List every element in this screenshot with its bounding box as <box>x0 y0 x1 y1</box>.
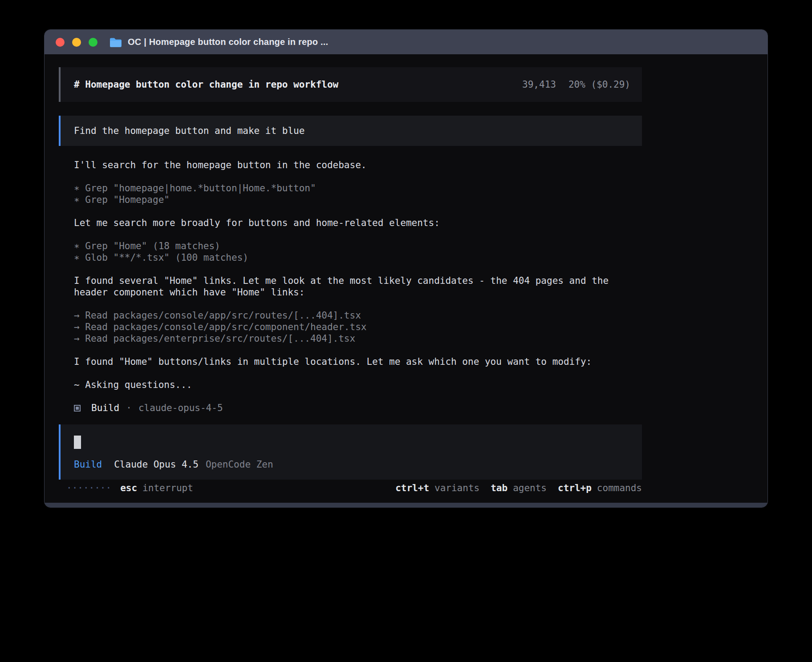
user-message: Find the homepage button and make it blu… <box>59 116 642 146</box>
tool-call-group: ∗ Grep "homepage|home.*button|Home.*butt… <box>74 182 642 206</box>
provider-label: OpenCode Zen <box>206 459 273 470</box>
tool-call-grep: ∗ Grep "Homepage" <box>74 194 642 206</box>
assistant-paragraph-broaden: Let me search more broadly for buttons a… <box>74 217 642 229</box>
model-label: Claude Opus 4.5 <box>114 459 199 470</box>
ctrl-p-key-hint: ctrl+p <box>558 483 592 493</box>
titlebar[interactable]: OC | Homepage button color change in rep… <box>45 30 767 54</box>
folder-icon <box>110 37 122 47</box>
tool-call-read: → Read packages/enterprise/src/routes/[.… <box>74 333 642 344</box>
text-cursor <box>74 436 81 449</box>
terminal-window: OC | Homepage button color change in rep… <box>44 29 768 508</box>
shortcut-agents: tabagents <box>491 482 547 494</box>
badge-separator: · <box>126 402 132 414</box>
context-usage: 20% ($0.29) <box>568 79 630 90</box>
agent-model: claude-opus-4-5 <box>138 402 223 414</box>
tool-call-glob: ∗ Glob "**/*.tsx" (100 matches) <box>74 252 642 263</box>
assistant-paragraph-intro: I'll search for the homepage button in t… <box>74 159 642 171</box>
shortcut-hints: ctrl+tvariants tabagents ctrl+pcommands <box>395 482 642 494</box>
session-metrics: 39,413 20% ($0.29) <box>522 79 630 90</box>
shortcut-variants: ctrl+tvariants <box>395 482 479 494</box>
zoom-button[interactable] <box>89 38 97 47</box>
assistant-paragraph-candidates: I found several "Home" links. Let me loo… <box>74 275 630 298</box>
tool-call-read: → Read packages/console/app/src/componen… <box>74 321 642 333</box>
assistant-paragraph-ask: I found "Home" buttons/links in multiple… <box>74 356 642 367</box>
session-title: # Homepage button color change in repo w… <box>74 79 338 90</box>
agent-icon <box>74 405 81 412</box>
agents-hint-label: agents <box>513 483 547 493</box>
tool-call-group: → Read packages/console/app/src/routes/[… <box>74 310 642 344</box>
session-header: # Homepage button color change in repo w… <box>59 67 642 102</box>
tool-call-group: ∗ Grep "Home" (18 matches) ∗ Glob "**/*.… <box>74 240 642 263</box>
close-button[interactable] <box>56 38 65 47</box>
status-line-asking: ~ Asking questions... <box>74 379 642 391</box>
shortcut-commands: ctrl+pcommands <box>558 482 642 494</box>
minimize-button[interactable] <box>72 38 81 47</box>
titlebar-title-group: OC | Homepage button color change in rep… <box>110 37 328 47</box>
agent-name: Build <box>91 402 119 414</box>
tool-call-grep: ∗ Grep "homepage|home.*button|Home.*butt… <box>74 182 642 194</box>
variants-hint-label: variants <box>434 483 479 493</box>
traffic-lights <box>56 38 97 47</box>
esc-key-hint: esc <box>120 482 137 494</box>
tab-key-hint: tab <box>491 483 508 493</box>
ctrl-t-key-hint: ctrl+t <box>395 483 429 493</box>
assistant-response: I'll search for the homepage button in t… <box>59 159 642 414</box>
terminal-content: # Homepage button color change in repo w… <box>45 54 767 494</box>
agent-badge: Build · claude-opus-4-5 <box>74 402 642 414</box>
interrupt-hint-label: interrupt <box>142 482 193 494</box>
tool-call-read: → Read packages/console/app/src/routes/[… <box>74 310 642 321</box>
tool-call-grep: ∗ Grep "Home" (18 matches) <box>74 240 642 252</box>
agent-mode-label: Build <box>74 459 102 470</box>
token-count: 39,413 <box>522 79 556 90</box>
model-row: Build Claude Opus 4.5 OpenCode Zen <box>74 459 630 470</box>
user-message-text: Find the homepage button and make it blu… <box>74 125 304 137</box>
spinner-dots: ········ <box>66 482 111 494</box>
window-title: OC | Homepage button color change in rep… <box>128 37 328 47</box>
commands-hint-label: commands <box>597 483 642 493</box>
statusbar: ········ esc interrupt ctrl+tvariants ta… <box>59 482 642 494</box>
prompt-input[interactable]: Build Claude Opus 4.5 OpenCode Zen <box>59 424 642 480</box>
